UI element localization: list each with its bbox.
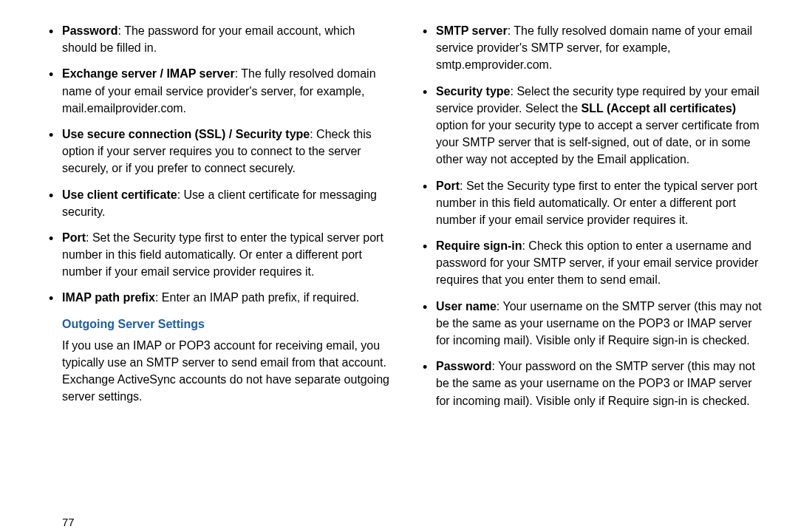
list-item: IMAP path prefix: Enter an IMAP path pre…: [62, 289, 390, 306]
outgoing-settings-list: SMTP server: The fully resolved domain n…: [408, 22, 764, 409]
manual-page: Password: The password for your email ac…: [0, 0, 798, 532]
term-exchange-server: Exchange server / IMAP server: [62, 67, 235, 80]
term-password: Password: [62, 24, 118, 37]
term-imap-prefix: IMAP path prefix: [62, 291, 155, 304]
list-item: SMTP server: The fully resolved domain n…: [436, 22, 764, 74]
term-require-signin: Require sign-in: [436, 239, 522, 252]
list-item: Use client certificate: Use a client cer…: [62, 186, 390, 220]
list-item: Port: Set the Security type first to ent…: [436, 177, 764, 229]
incoming-settings-list: Password: The password for your email ac…: [34, 22, 390, 307]
term-ssl: Use secure connection (SSL) / Security t…: [62, 128, 310, 140]
list-item: Port: Set the Security type first to ent…: [62, 229, 390, 281]
right-column: SMTP server: The fully resolved domain n…: [399, 22, 773, 525]
heading-outgoing-server-settings: Outgoing Server Settings: [62, 316, 390, 332]
term-client-cert: Use client certificate: [62, 188, 177, 201]
page-number: 77: [62, 514, 75, 531]
list-item: User name: Your username on the SMTP ser…: [436, 298, 764, 349]
desc-post: option for your security type to accept …: [436, 119, 760, 166]
term-port-out: Port: [436, 180, 460, 192]
list-item: Security type: Select the security type …: [436, 83, 764, 168]
term-security-type: Security type: [436, 85, 510, 98]
list-item: Use secure connection (SSL) / Security t…: [62, 126, 390, 177]
left-column: Password: The password for your email ac…: [25, 22, 399, 525]
list-item: Require sign-in: Check this option to en…: [436, 237, 764, 289]
bold-sll-option: SLL (Accept all certificates): [582, 102, 737, 115]
desc: : Set the Security type first to enter t…: [62, 231, 383, 278]
term-user-name: User name: [436, 300, 497, 313]
list-item: Exchange server / IMAP server: The fully…: [62, 65, 390, 117]
list-item: Password: Your password on the SMTP serv…: [436, 358, 764, 409]
list-item: Password: The password for your email ac…: [62, 22, 390, 56]
outgoing-paragraph: If you use an IMAP or POP3 account for r…: [62, 337, 390, 406]
desc: : Set the Security type first to enter t…: [436, 180, 757, 226]
term-port: Port: [62, 231, 86, 244]
term-smtp-server: SMTP server: [436, 24, 508, 37]
term-password-out: Password: [436, 360, 492, 372]
desc: : Enter an IMAP path prefix, if required…: [155, 291, 359, 304]
